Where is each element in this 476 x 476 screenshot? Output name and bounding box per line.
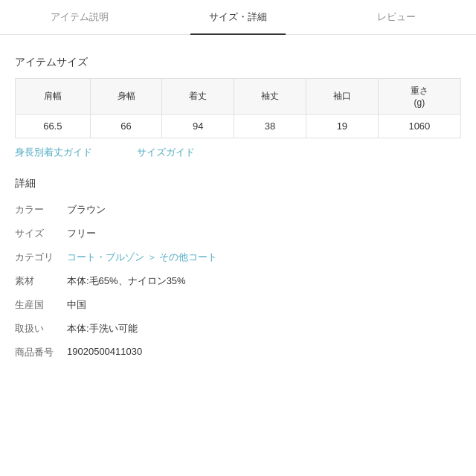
- detail-row-size: サイズ フリー: [15, 222, 461, 245]
- label-care: 取扱い: [15, 322, 67, 335]
- val-weight: 1060: [378, 115, 460, 138]
- size-section: アイテムサイズ 肩幅 身幅 着丈 袖丈 袖口 重さ(g) 66.5 66 94 …: [15, 56, 461, 159]
- detail-row-item-number: 商品番号 19020500411030: [15, 341, 461, 364]
- col-body: 身幅: [90, 79, 162, 115]
- table-header-row: 肩幅 身幅 着丈 袖丈 袖口 重さ(g): [16, 79, 461, 115]
- size-table: 肩幅 身幅 着丈 袖丈 袖口 重さ(g) 66.5 66 94 38 19 10…: [15, 78, 461, 138]
- value-category[interactable]: コート・ブルゾン ＞ その他コート: [67, 251, 461, 264]
- value-care: 本体:手洗い可能: [67, 322, 461, 335]
- label-country: 生産国: [15, 298, 67, 312]
- main-content: アイテムサイズ 肩幅 身幅 着丈 袖丈 袖口 重さ(g) 66.5 66 94 …: [0, 35, 476, 379]
- detail-row-material: 素材 本体:毛65%、ナイロン35%: [15, 269, 461, 293]
- tab-bar: アイテム説明 サイズ・詳細 レビュー: [0, 0, 476, 35]
- size-section-title: アイテムサイズ: [15, 56, 461, 69]
- value-item-number: 19020500411030: [67, 346, 461, 357]
- label-item-number: 商品番号: [15, 346, 67, 359]
- value-material: 本体:毛65%、ナイロン35%: [67, 274, 461, 288]
- tab-item-description[interactable]: アイテム説明: [0, 0, 158, 34]
- col-weight: 重さ(g): [378, 79, 460, 115]
- detail-row-care: 取扱い 本体:手洗い可能: [15, 317, 461, 341]
- guide-links: 身長別着丈ガイド サイズガイド: [15, 146, 461, 159]
- size-guide-link[interactable]: サイズガイド: [137, 146, 195, 159]
- val-shoulder: 66.5: [16, 115, 91, 138]
- detail-row-category: カテゴリ コート・ブルゾン ＞ その他コート: [15, 245, 461, 269]
- detail-row-country: 生産国 中国: [15, 293, 461, 317]
- val-cuff: 19: [306, 115, 378, 138]
- col-cuff: 袖口: [306, 79, 378, 115]
- detail-row-color: カラー ブラウン: [15, 198, 461, 222]
- label-size: サイズ: [15, 227, 67, 240]
- val-sleeve: 38: [234, 115, 306, 138]
- col-length: 着丈: [162, 79, 234, 115]
- details-title: 詳細: [15, 177, 461, 190]
- details-section: 詳細 カラー ブラウン サイズ フリー カテゴリ コート・ブルゾン ＞ その他コ…: [15, 177, 461, 364]
- col-sleeve: 袖丈: [234, 79, 306, 115]
- tab-review[interactable]: レビュー: [318, 0, 476, 34]
- label-material: 素材: [15, 274, 67, 288]
- value-size: フリー: [67, 227, 461, 240]
- table-data-row: 66.5 66 94 38 19 1060: [16, 115, 461, 138]
- val-body: 66: [90, 115, 162, 138]
- label-category: カテゴリ: [15, 251, 67, 264]
- label-color: カラー: [15, 203, 67, 216]
- tab-size-detail[interactable]: サイズ・詳細: [158, 0, 317, 34]
- value-color: ブラウン: [67, 203, 461, 216]
- height-guide-link[interactable]: 身長別着丈ガイド: [15, 146, 92, 159]
- val-length: 94: [162, 115, 234, 138]
- col-shoulder: 肩幅: [16, 79, 91, 115]
- value-country: 中国: [67, 298, 461, 312]
